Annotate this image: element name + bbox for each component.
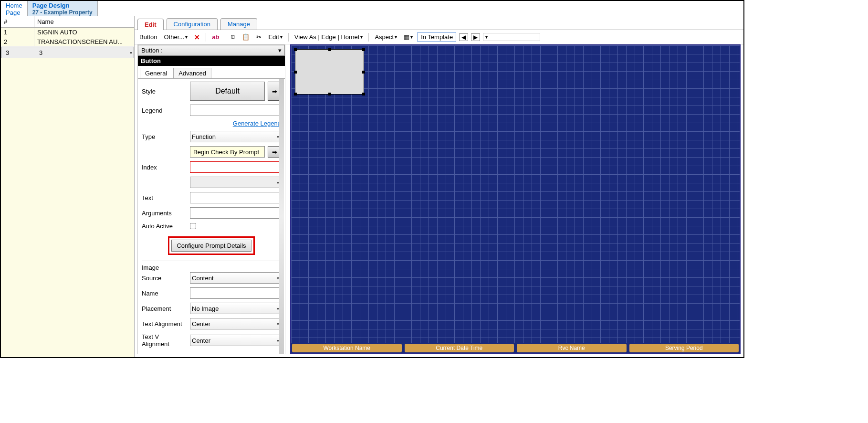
style-arrow-icon[interactable]: ➡ [268, 82, 281, 101]
grid-icon[interactable]: ▦ [402, 32, 415, 42]
label-source: Source [142, 275, 187, 282]
type-arrow-icon[interactable]: ➡ [268, 146, 281, 158]
footer-bar: Workstation Name Current Date Time Rvc N… [291, 343, 740, 353]
col-name[interactable]: Name [34, 16, 134, 27]
type-action-box[interactable]: Begin Check By Prompt [190, 146, 265, 158]
list-item[interactable]: 3 3 [1, 47, 134, 58]
tab-home[interactable]: HomePage [1, 1, 28, 16]
tab-subtitle: 27 - Example Property [32, 9, 93, 16]
label-text: Text [142, 194, 187, 201]
talign-select[interactable]: Center [190, 318, 281, 329]
tab-manage[interactable]: Manage [220, 18, 257, 30]
nav-prev-icon[interactable]: ◀ [459, 33, 468, 41]
top-tabs: HomePage Page Design 27 - Example Proper… [1, 1, 743, 16]
name-input[interactable] [190, 287, 281, 299]
canvas-wrap: Workstation Name Current Date Time Rvc N… [290, 44, 741, 354]
app-window: HomePage Page Design 27 - Example Proper… [0, 0, 744, 358]
paste-icon[interactable]: 📋 [240, 32, 251, 42]
right-panel: Edit Configuration Manage Button Other..… [135, 16, 743, 357]
text-input[interactable] [190, 192, 281, 203]
left-rows: 1 SIGNIN AUTO 2 TRANSACTIONSCREEN AU... … [1, 28, 134, 357]
placed-button[interactable] [295, 49, 364, 95]
label-legend: Legend [142, 107, 187, 114]
label-type: Type [142, 133, 187, 140]
label-placement: Placement [142, 305, 187, 312]
tab-edit[interactable]: Edit [137, 19, 164, 30]
label-talign: Text Alignment [142, 320, 187, 328]
tab-general[interactable]: General [140, 68, 172, 78]
cut-icon[interactable]: ✂ [254, 32, 263, 42]
sub-tabs: Edit Configuration Manage [135, 16, 743, 30]
left-header: # Name [1, 16, 134, 28]
arguments-input[interactable] [190, 207, 281, 219]
footer-workstation: Workstation Name [292, 344, 402, 352]
delete-icon[interactable]: ✕ [192, 32, 202, 42]
label-tvalign: Text V Alignment [142, 333, 187, 348]
tab-title: Page Design [32, 2, 93, 9]
copy-icon[interactable]: ⧉ [229, 32, 237, 42]
footer-period: Serving Period [629, 344, 739, 352]
footer-rvc: Rvc Name [517, 344, 627, 352]
label-autoactive: Auto Active [142, 222, 187, 230]
index-select[interactable] [190, 177, 281, 188]
autoactive-checkbox[interactable] [190, 223, 196, 229]
element-selector[interactable]: Button :▾ [138, 45, 285, 56]
label-style: Style [142, 88, 187, 95]
label-name: Name [142, 290, 187, 297]
col-number[interactable]: # [1, 16, 34, 27]
tvalign-select[interactable]: Center [190, 335, 281, 346]
toolbar: Button Other... ✕ ab ⧉ 📋 ✂ Edit View As … [135, 30, 743, 44]
viewas-menu[interactable]: View As | Edge | Hornet [293, 32, 365, 42]
configure-prompt-button[interactable]: Configure Prompt Details [171, 240, 251, 252]
tool-button[interactable]: Button [137, 32, 159, 42]
nav-next-icon[interactable]: ▶ [471, 33, 480, 41]
prop-tabs: General Advanced [138, 66, 285, 79]
list-item[interactable]: 1 SIGNIN AUTO [1, 28, 134, 37]
list-item[interactable]: 2 TRANSACTIONSCREEN AU... [1, 37, 134, 47]
index-input[interactable] [190, 161, 281, 173]
properties-form: Style Default ➡ Legend Generate Legend [138, 79, 285, 354]
element-title: Button [138, 56, 285, 66]
tab-advanced[interactable]: Advanced [173, 68, 211, 78]
in-template-button[interactable]: In Template [418, 32, 456, 42]
legend-input[interactable] [190, 105, 281, 116]
style-button[interactable]: Default [190, 82, 265, 101]
ab-icon[interactable]: ab [210, 32, 221, 42]
label-arguments: Arguments [142, 210, 187, 217]
source-select[interactable]: Content [190, 272, 281, 284]
label-image: Image [142, 261, 281, 272]
highlight-box: Configure Prompt Details [168, 236, 254, 255]
aspect-menu[interactable]: Aspect [373, 32, 399, 42]
edit-menu[interactable]: Edit [266, 32, 284, 42]
empty-dropdown[interactable] [483, 33, 540, 41]
footer-datetime: Current Date Time [405, 344, 514, 352]
label-index: Index [142, 164, 187, 171]
work-row: Button :▾ Button General Advanced Style … [135, 44, 743, 357]
properties-panel: Button :▾ Button General Advanced Style … [137, 44, 285, 354]
type-select[interactable]: Function [190, 131, 281, 142]
main-row: # Name 1 SIGNIN AUTO 2 TRANSACTIONSCREEN… [1, 16, 743, 357]
tool-other[interactable]: Other... [162, 32, 190, 42]
placement-select[interactable]: No Image [190, 303, 281, 314]
design-canvas[interactable] [291, 45, 740, 343]
tab-page-design[interactable]: Page Design 27 - Example Property [28, 1, 98, 16]
left-panel: # Name 1 SIGNIN AUTO 2 TRANSACTIONSCREEN… [1, 16, 135, 357]
tab-configuration[interactable]: Configuration [167, 18, 218, 30]
generate-legend-link[interactable]: Generate Legend [233, 120, 281, 127]
